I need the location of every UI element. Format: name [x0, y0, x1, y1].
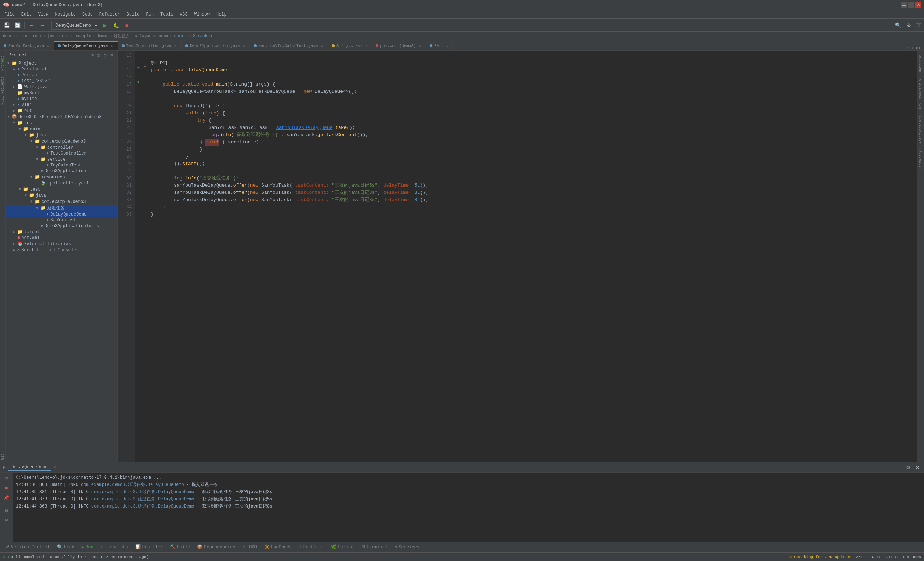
breadcrumb-delay-task[interactable]: 延迟任务 [114, 33, 130, 39]
bottombar-version-control[interactable]: ⎇ Version Control [3, 544, 51, 550]
fold-22[interactable]: − [142, 116, 148, 123]
tab-person[interactable]: Per... [426, 41, 453, 50]
run-restart-btn[interactable]: ↺ [0, 474, 13, 483]
tree-test230922[interactable]: ● test_230922 [6, 78, 117, 84]
right-sidebar-hierarchy[interactable]: Hierarchy [918, 147, 923, 172]
tab-pomxml[interactable]: m pom.xml (demo3) ✕ [372, 41, 426, 50]
tree-mysort[interactable]: 📁 mySort [6, 90, 117, 96]
sidebar-close-btn[interactable]: ✕ [110, 52, 114, 58]
tree-delayqueuedemo-class[interactable]: ● DelayQueueDemo [6, 212, 117, 218]
status-crlf[interactable]: CRLF [872, 555, 881, 559]
tree-controller[interactable]: ▼ 📁 controller [6, 144, 117, 150]
toolbar-forward-btn[interactable]: → [37, 20, 47, 30]
run-config-dropdown[interactable]: DelayQueueDemo [51, 21, 99, 30]
run-button[interactable]: ▶ [100, 20, 110, 30]
bottombar-problems[interactable]: ⚠ Problems [297, 544, 325, 550]
tree-applyaml[interactable]: 🍃 application.yaml [6, 180, 117, 186]
tab-testcontroller[interactable]: TestController.java ✕ [118, 41, 182, 50]
tree-java-main[interactable]: ▼ 📁 java [6, 132, 117, 138]
tree-testcontroller-class[interactable]: ● TestController [6, 150, 117, 156]
menu-item-file[interactable]: File [2, 11, 18, 18]
tree-src[interactable]: ▼ 📁 src [6, 120, 117, 126]
gutter-run-17[interactable]: ▶ [135, 80, 142, 87]
tree-service[interactable]: ▼ 📁 service [6, 156, 117, 162]
tab-trycatchtest[interactable]: service\TryCatchTest.java ✕ [250, 41, 328, 50]
tab-scroll-left[interactable]: ◀ [915, 45, 918, 50]
tab-slf4j[interactable]: Slf4j.class ✕ [328, 41, 373, 50]
search-everywhere-btn[interactable]: 🔍 [893, 20, 903, 30]
close-button[interactable]: ✕ [915, 2, 921, 8]
tree-target[interactable]: ▶ 📁 target [6, 229, 117, 235]
minimize-button[interactable]: — [901, 2, 907, 8]
bottombar-build[interactable]: 🔨 Build [168, 544, 191, 550]
maximize-button[interactable]: □ [908, 2, 914, 8]
bottombar-spring[interactable]: 🌿 Spring [330, 544, 355, 550]
status-indent[interactable]: 4 spaces [902, 555, 921, 559]
menu-item-tools[interactable]: Tools [158, 11, 176, 18]
breadcrumb-class[interactable]: DelayQueueDemo [135, 34, 168, 38]
fold-21[interactable]: − [142, 108, 148, 116]
run-pin-btn[interactable]: 📌 [0, 494, 13, 502]
breadcrumb-demo3[interactable]: demo3 [3, 34, 15, 38]
tab-delayqueuedemo[interactable]: DelayQueueDemo.java ✕ [54, 41, 118, 50]
stop-button[interactable]: ■ [122, 20, 132, 30]
run-close-btn[interactable]: ✕ [914, 464, 921, 471]
tree-person[interactable]: ● Person [6, 72, 117, 78]
right-sidebar-notifications[interactable]: Notifications [918, 112, 923, 147]
var-queue-link[interactable]: sanYouTaskDelayQueue [276, 124, 332, 131]
breadcrumb-main[interactable]: ⊕ main [174, 34, 188, 38]
bottombar-run[interactable]: ▶ Run [80, 544, 95, 550]
menu-item-code[interactable]: Code [80, 11, 96, 18]
settings-btn[interactable]: ⚙ [904, 20, 914, 30]
bottombar-find[interactable]: 🔍 Find [56, 544, 76, 550]
toolbar-save-btn[interactable]: 💾 [2, 20, 12, 30]
tab-close-slf4j[interactable]: ✕ [364, 44, 369, 48]
tree-trycatchtest-class[interactable]: ● TryCatchTest [6, 162, 117, 168]
breadcrumb-java[interactable]: java [47, 34, 57, 38]
tree-sanyoutask-class[interactable]: ● SanYouTask [6, 218, 117, 223]
breadcrumb-lambda[interactable]: λ Lambda [193, 34, 212, 38]
menu-item-refactor[interactable]: Refactor [96, 11, 123, 18]
tab-close-demo3app[interactable]: ✕ [242, 44, 246, 48]
fold-20[interactable]: − [142, 101, 148, 108]
menu-item-run[interactable]: Run [143, 11, 157, 18]
run-settings-btn[interactable]: ⚙ [904, 464, 912, 471]
tree-pomxml[interactable]: ■ pom.xml [6, 235, 117, 241]
tab-close-sanyoutask[interactable]: ✕ [46, 44, 50, 48]
tree-com-example-demo3-test[interactable]: ▼ 📁 com.example.demo3 [6, 198, 117, 205]
toolbar-back-btn[interactable]: ← [26, 20, 36, 30]
toolbar-sync-btn[interactable]: 🔄 [12, 20, 22, 30]
tree-parkinglot[interactable]: ▶ ● ParkingLot [6, 66, 117, 72]
tree-main[interactable]: ▼ 📁 main [6, 126, 117, 132]
breadcrumb-example[interactable]: example [75, 34, 92, 38]
run-tab-delayqueue[interactable]: DelayQueueDemo [8, 464, 51, 471]
tree-ext-libs[interactable]: ▶ 📚 External Libraries [6, 241, 117, 247]
tree-out[interactable]: ▶ 📁 out [6, 108, 117, 114]
right-sidebar-key-promoter[interactable]: Key Promoter X [918, 76, 923, 112]
tree-scratches[interactable]: ▶ ✂ Scratches and Consoles [6, 247, 117, 253]
git-toggle[interactable]: Git [1, 451, 5, 462]
tree-demo3app-class[interactable]: ● Demo3Application [6, 168, 117, 174]
fold-17[interactable]: − [142, 80, 148, 87]
gutter-run-15[interactable]: ▶ [135, 65, 142, 72]
menu-item-build[interactable]: Build [123, 11, 142, 18]
tab-close-pom[interactable]: ✕ [418, 44, 422, 48]
tree-wolfjava[interactable]: ▶ 📄 Wolf.java [6, 84, 117, 90]
menu-item-window[interactable]: Window [191, 11, 213, 18]
sidebar-settings-btn[interactable]: ⚙ [102, 52, 108, 58]
tree-test-folder[interactable]: ▼ 📁 test [6, 186, 117, 192]
bottombar-luacheck[interactable]: 🔆 LuaCheck [263, 544, 294, 550]
code-editor[interactable]: 13 14 15 16 17 18 19 20 21 22 23 24 25 2… [118, 51, 917, 462]
fold-15[interactable]: − [142, 65, 148, 72]
run-wrap-btn[interactable]: ↵ [0, 516, 13, 525]
code-content[interactable]: @Slf4j public class DelayQueueDemo { p [148, 51, 917, 462]
tab-scroll-right[interactable]: ▶ [919, 45, 921, 50]
tree-delay-task-folder[interactable]: ▼ 📁 延迟任务 [6, 205, 117, 212]
tree-project-root[interactable]: ▼ 📁 Project [6, 60, 117, 66]
menu-item-edit[interactable]: Edit [18, 11, 34, 18]
tree-java-test[interactable]: ▼ 📁 java [6, 192, 117, 198]
tab-close-testcontroller[interactable]: ✕ [173, 44, 178, 48]
breadcrumb-com[interactable]: com [62, 34, 69, 38]
sidebar-locate-btn[interactable]: ⊙ [96, 52, 101, 58]
bottombar-endpoints[interactable]: ⚡ Endpoints [99, 544, 130, 550]
